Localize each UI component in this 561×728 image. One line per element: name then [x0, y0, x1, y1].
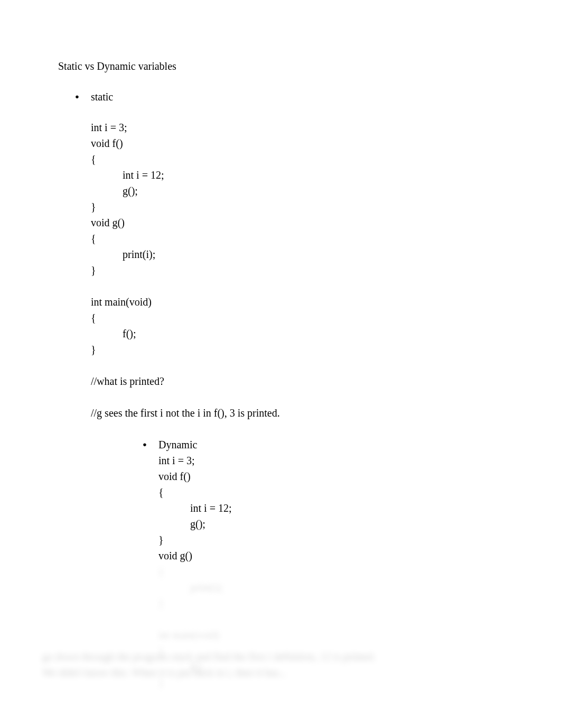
static-bullet: static	[75, 89, 508, 105]
static-code-block: int i = 3; void f() { int i = 12; g(); }…	[91, 119, 508, 421]
code-comment: //g sees the first i not the i in f(), 3…	[91, 405, 508, 421]
code-line: {	[91, 151, 508, 167]
code-line: {	[158, 484, 508, 500]
code-line: g();	[91, 183, 508, 199]
page-title: Static vs Dynamic variables	[58, 58, 508, 74]
dynamic-label: Dynamic	[158, 439, 197, 450]
code-line-blurred: }	[158, 595, 508, 611]
code-line: int main(void)	[91, 294, 508, 310]
code-line-blurred: {	[158, 564, 508, 579]
code-line: int i = 3;	[158, 453, 508, 468]
code-line-blurred: print(i);	[158, 579, 508, 595]
code-comment: //what is printed?	[91, 373, 508, 389]
code-line: void f()	[91, 135, 508, 151]
blurred-line: go down through the program stack and fi…	[42, 649, 507, 665]
code-line: int i = 12;	[91, 167, 508, 183]
spacer	[91, 357, 508, 373]
spacer	[91, 278, 508, 294]
bottom-blurred-text: go down through the program stack and fi…	[42, 649, 507, 680]
code-line: g();	[158, 516, 508, 532]
code-line: {	[91, 231, 508, 246]
code-line: void g()	[91, 215, 508, 231]
code-line: {	[91, 310, 508, 326]
code-line: }	[91, 342, 508, 357]
code-line: int i = 12;	[158, 500, 508, 516]
top-bullet-list: static	[58, 89, 508, 105]
code-line: f();	[91, 326, 508, 342]
code-line: int i = 3;	[91, 119, 508, 135]
code-line: void f()	[158, 468, 508, 484]
blurred-text: go down through the program stack and fi…	[42, 651, 376, 662]
code-line: print(i);	[91, 246, 508, 262]
code-line-blurred: int main(void)	[158, 627, 508, 643]
spacer	[158, 611, 508, 627]
code-line: }	[158, 532, 508, 548]
static-label: static	[91, 91, 113, 103]
code-line: }	[91, 262, 508, 278]
spacer	[91, 389, 508, 405]
blurred-text: We didn't know this. When it is put back…	[42, 667, 287, 678]
code-line: void g()	[158, 548, 508, 564]
code-line: }	[91, 199, 508, 215]
blurred-line: We didn't know this. When it is put back…	[42, 665, 507, 680]
